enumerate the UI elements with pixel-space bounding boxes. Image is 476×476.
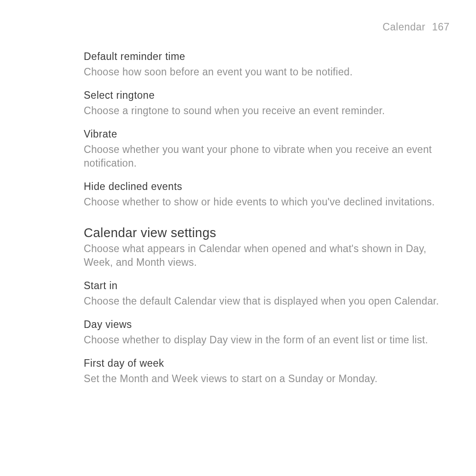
header-page-number: 167 (432, 21, 450, 33)
setting-description: Choose whether you want your phone to vi… (84, 143, 445, 170)
setting-title: First day of week (84, 357, 450, 369)
setting-item: First day of week Set the Month and Week… (84, 357, 450, 386)
setting-description: Choose how soon before an event you want… (84, 65, 445, 79)
setting-description: Choose a ringtone to sound when you rece… (84, 104, 445, 118)
setting-item: Vibrate Choose whether you want your pho… (84, 128, 450, 170)
header-section-label: Calendar (383, 21, 425, 33)
setting-item: Hide declined events Choose whether to s… (84, 181, 450, 209)
section-header: Calendar view settings Choose what appea… (84, 226, 450, 269)
setting-description: Choose the default Calendar view that is… (84, 294, 445, 308)
page-header: Calendar 167 (383, 21, 450, 33)
setting-description: Choose whether to show or hide events to… (84, 195, 445, 209)
setting-title: Select ringtone (84, 89, 450, 101)
section-description: Choose what appears in Calendar when ope… (84, 242, 445, 269)
page-content: Default reminder time Choose how soon be… (84, 51, 450, 386)
section-title: Calendar view settings (84, 226, 450, 240)
document-page: Calendar 167 Default reminder time Choos… (0, 0, 476, 476)
setting-item: Day views Choose whether to display Day … (84, 319, 450, 347)
setting-title: Default reminder time (84, 51, 450, 63)
setting-item: Default reminder time Choose how soon be… (84, 51, 450, 79)
setting-item: Start in Choose the default Calendar vie… (84, 280, 450, 308)
setting-description: Choose whether to display Day view in th… (84, 333, 445, 347)
setting-title: Vibrate (84, 128, 450, 140)
setting-title: Day views (84, 319, 450, 331)
setting-description: Set the Month and Week views to start on… (84, 372, 445, 386)
setting-item: Select ringtone Choose a ringtone to sou… (84, 89, 450, 118)
setting-title: Start in (84, 280, 450, 292)
setting-title: Hide declined events (84, 181, 450, 193)
